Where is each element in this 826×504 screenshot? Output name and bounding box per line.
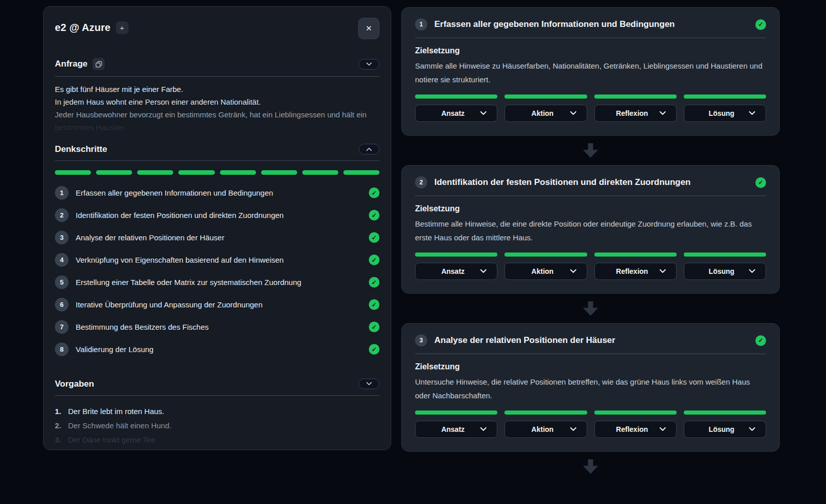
- step-row[interactable]: 1 Erfassen aller gegebenen Informationen…: [55, 186, 379, 200]
- copy-icon[interactable]: [92, 58, 105, 70]
- arrow-down-icon: [583, 143, 598, 158]
- anfrage-section: Anfrage Es gibt fünf Häuser mit je einer…: [55, 58, 379, 132]
- panel-title: e2 @ Azure: [55, 22, 111, 34]
- aktion-dropdown[interactable]: Aktion: [504, 105, 587, 122]
- anfrage-line: bestimmtes Haustier.: [55, 121, 379, 132]
- progress-bar: [684, 253, 766, 257]
- progress-bar: [415, 411, 497, 415]
- step-row[interactable]: 3 Analyse der relativen Positionen der H…: [55, 231, 379, 244]
- progress-segment: [178, 170, 214, 175]
- objective-heading: Zielsetzung: [415, 362, 766, 371]
- vorgaben-item-number: 2.: [55, 421, 63, 430]
- flow-separator: [401, 294, 780, 323]
- progress-segment: [137, 170, 173, 175]
- chevron-down-icon: [659, 427, 666, 431]
- objective-text: Sammle alle Hinweise zu Häuserfarben, Na…: [415, 59, 766, 86]
- divider: [415, 38, 766, 38]
- divider: [55, 395, 379, 396]
- panel-header: e2 @ Azure + ✕: [55, 18, 379, 40]
- vorgaben-item: 2. Der Schwede hält einen Hund.: [55, 418, 379, 432]
- reflexion-dropdown[interactable]: Reflexion: [594, 421, 677, 438]
- reflexion-dropdown[interactable]: Reflexion: [594, 263, 677, 280]
- card-progress-bars: [415, 253, 766, 257]
- aktion-dropdown[interactable]: Aktion: [504, 421, 587, 438]
- chevron-down-icon: [570, 427, 577, 431]
- vorgaben-item-number: 3.: [55, 435, 63, 444]
- loesung-dropdown[interactable]: Lösung: [684, 421, 766, 438]
- step-number-badge: 2: [55, 208, 69, 222]
- ansatz-dropdown[interactable]: Ansatz: [415, 105, 497, 122]
- step-number-badge: 5: [55, 275, 69, 289]
- ansatz-dropdown[interactable]: Ansatz: [415, 263, 497, 280]
- step-row[interactable]: 6 Iterative Überprüfung und Anpassung de…: [55, 298, 379, 311]
- close-button[interactable]: ✕: [358, 18, 379, 39]
- step-row[interactable]: 2 Identifikation der festen Positionen u…: [55, 208, 379, 222]
- progress-bar: [504, 253, 587, 257]
- check-icon: ✓: [369, 210, 379, 220]
- step-label: Erstellung einer Tabelle oder Matrix zur…: [76, 278, 369, 287]
- step-number-badge: 7: [55, 320, 69, 334]
- ansatz-dropdown[interactable]: Ansatz: [415, 421, 497, 438]
- reflexion-dropdown[interactable]: Reflexion: [594, 105, 677, 122]
- objective-text: Bestimme alle Hinweise, die eine direkte…: [415, 217, 766, 244]
- vorgaben-section: Vorgaben 1. Der Brite lebt im roten Haus…: [55, 379, 379, 447]
- objective-text: Untersuche Hinweise, die relative Positi…: [415, 375, 766, 402]
- anfrage-heading: Anfrage: [55, 59, 87, 69]
- check-icon: ✓: [369, 299, 379, 310]
- flow-separator: [401, 136, 780, 165]
- loesung-dropdown[interactable]: Lösung: [684, 263, 766, 280]
- step-row[interactable]: 7 Bestimmung des Besitzers des Fisches ✓: [55, 320, 379, 334]
- progress-segment: [55, 170, 91, 175]
- step-number-badge: 8: [55, 342, 69, 356]
- aktion-dropdown[interactable]: Aktion: [504, 263, 587, 280]
- step-row[interactable]: 5 Erstellung einer Tabelle oder Matrix z…: [55, 275, 379, 289]
- step-row[interactable]: 4 Verknüpfung von Eigenschaften basieren…: [55, 253, 379, 267]
- progress-bar: [594, 411, 677, 415]
- chevron-down-icon: [749, 269, 755, 273]
- check-icon: ✓: [369, 322, 379, 332]
- chevron-down-icon: [480, 269, 487, 273]
- check-icon: ✓: [369, 277, 379, 288]
- progress-bar: [504, 94, 587, 99]
- progress-bar: [684, 94, 766, 99]
- chevron-down-icon: [749, 427, 755, 431]
- divider: [415, 354, 766, 354]
- progress-segment: [343, 170, 379, 175]
- progress-segment: [302, 170, 338, 175]
- workspace: e2 @ Azure + ✕ Anfrage Es gibt fünf Häus: [0, 0, 826, 504]
- progress-segment: [96, 170, 132, 175]
- step-card-3: 3 Analyse der relativen Positionen der H…: [401, 323, 780, 452]
- chevron-down-icon: [480, 427, 487, 431]
- loesung-dropdown[interactable]: Lösung: [684, 105, 766, 122]
- check-icon: ✓: [369, 255, 379, 265]
- step-number-badge: 3: [55, 231, 69, 244]
- flow-separator: [401, 452, 780, 481]
- chevron-down-icon: [366, 62, 372, 66]
- vorgaben-heading: Vorgaben: [55, 379, 94, 389]
- check-icon: ✓: [755, 177, 766, 188]
- step-card-2: 2 Identifikation der festen Positionen u…: [401, 165, 780, 294]
- progress-bar: [415, 94, 497, 99]
- progress-bar: [504, 411, 587, 415]
- vorgaben-item-text: Der Däne trinkt gerne Tee: [68, 435, 155, 444]
- vorgaben-item: 1. Der Brite lebt im roten Haus.: [55, 404, 379, 418]
- objective-heading: Zielsetzung: [415, 204, 766, 213]
- card-number-badge: 3: [415, 334, 427, 346]
- anfrage-line: Jeder Hausbewohner bevorzugt ein bestimm…: [55, 108, 379, 121]
- check-icon: ✓: [755, 335, 766, 346]
- chevron-down-icon: [480, 111, 487, 115]
- step-row[interactable]: 8 Validierung der Lösung ✓: [55, 342, 379, 356]
- anfrage-collapse-button[interactable]: [359, 59, 379, 70]
- step-label: Verknüpfung von Eigenschaften basierend …: [76, 256, 369, 264]
- anfrage-line: Es gibt fünf Häuser mit je einer Farbe.: [55, 83, 379, 96]
- objective-heading: Zielsetzung: [415, 46, 766, 55]
- denkschritte-collapse-button[interactable]: [359, 144, 379, 154]
- vorgaben-item-text: Der Schwede hält einen Hund.: [68, 421, 171, 430]
- progress-bar: [594, 94, 677, 99]
- add-button[interactable]: +: [116, 21, 129, 34]
- chevron-up-icon: [366, 147, 372, 151]
- vorgaben-collapse-button[interactable]: [359, 379, 379, 389]
- progress-bar: [415, 253, 497, 257]
- chevron-down-icon: [659, 111, 666, 115]
- divider: [55, 161, 379, 161]
